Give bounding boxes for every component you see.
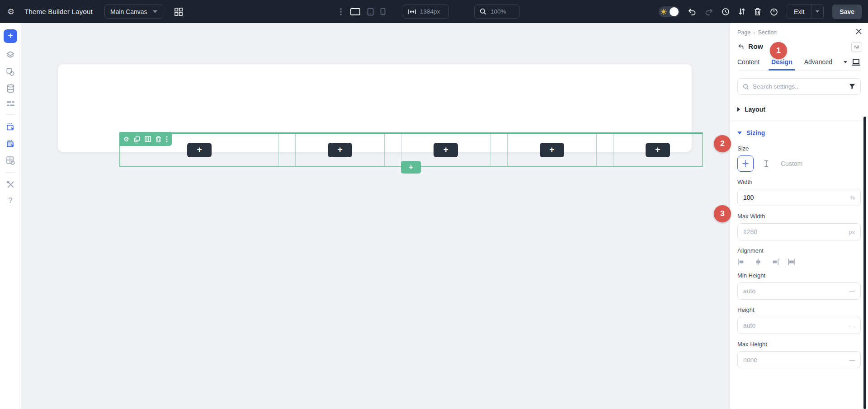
- zoom-input[interactable]: [491, 8, 514, 15]
- max-height-field: —: [737, 351, 861, 368]
- tab-content[interactable]: Content: [737, 58, 760, 66]
- select-element-icon[interactable]: [6, 122, 15, 132]
- max-height-input[interactable]: [743, 356, 849, 363]
- breadcrumb-root[interactable]: Page: [737, 29, 750, 36]
- close-icon[interactable]: [855, 28, 862, 35]
- tab-design[interactable]: Design: [771, 58, 793, 66]
- caret-right-icon: [737, 107, 740, 112]
- trash-icon[interactable]: [754, 8, 761, 16]
- max-width-input[interactable]: [743, 228, 849, 235]
- history-clock-icon[interactable]: [722, 8, 730, 16]
- left-sidebar: + ?: [0, 23, 21, 409]
- align-center-button[interactable]: [754, 259, 762, 265]
- canvas-width-input[interactable]: [420, 8, 443, 15]
- breakpoint-dropdown-chevron[interactable]: [844, 61, 847, 63]
- grid-settings-icon[interactable]: [6, 156, 15, 165]
- canvas-column[interactable]: +: [507, 134, 597, 166]
- add-widget-button[interactable]: +: [187, 143, 212, 157]
- add-row-button[interactable]: +: [401, 161, 421, 174]
- settings-search-input[interactable]: [753, 83, 845, 90]
- page-preview-card: + + + + + ⚙ +: [58, 64, 692, 152]
- theme-mode-toggle[interactable]: [659, 6, 679, 17]
- layers-icon[interactable]: [6, 51, 15, 60]
- tablet-breakpoint-icon[interactable]: [367, 8, 374, 16]
- columns-icon[interactable]: [145, 136, 151, 142]
- width-arrows-icon: [408, 9, 416, 14]
- add-widget-button[interactable]: +: [540, 143, 564, 157]
- delete-row-trash-icon[interactable]: [156, 136, 161, 142]
- breadcrumb-current[interactable]: Section: [758, 29, 777, 36]
- width-label: Width: [737, 179, 861, 185]
- min-height-unit[interactable]: —: [849, 288, 855, 295]
- size-fit-button[interactable]: [737, 155, 754, 172]
- builder-settings-gear-icon[interactable]: ⚙: [7, 7, 14, 17]
- section-layout-label: Layout: [745, 106, 765, 113]
- height-input[interactable]: [743, 322, 849, 329]
- duplicate-icon[interactable]: [134, 136, 140, 142]
- chevron-down-icon: [816, 10, 819, 13]
- row-settings-gear-icon[interactable]: ⚙: [123, 136, 129, 143]
- canvas-selector-value: Main Canvas: [110, 8, 147, 15]
- add-widget-button[interactable]: +: [328, 143, 352, 157]
- canvas-selector-dropdown[interactable]: Main Canvas: [104, 5, 163, 19]
- canvas-column[interactable]: +: [295, 134, 385, 166]
- caret-down-icon: [737, 132, 742, 134]
- min-height-input[interactable]: [743, 287, 849, 295]
- top-toolbar: ⚙ Theme Builder Layout Main Canvas: [0, 0, 868, 23]
- database-icon[interactable]: [6, 84, 15, 93]
- align-right-button[interactable]: [771, 259, 779, 265]
- min-height-label: Min Height: [737, 272, 861, 279]
- form-fields-icon[interactable]: [6, 101, 15, 107]
- canvas-width-field: [403, 5, 449, 19]
- row-more-kebab-icon[interactable]: [166, 136, 168, 142]
- help-icon[interactable]: ?: [9, 197, 13, 205]
- zoom-field: [474, 5, 519, 19]
- add-widget-button[interactable]: +: [434, 143, 458, 157]
- panel-layout-toggle-icon[interactable]: [851, 42, 862, 52]
- max-width-unit[interactable]: px: [849, 229, 855, 235]
- grid-view-icon[interactable]: [174, 7, 183, 16]
- min-height-field: —: [737, 282, 861, 300]
- exit-button-group: Exit: [787, 5, 824, 19]
- size-custom-label: Custom: [781, 160, 802, 167]
- section-layout[interactable]: Layout: [730, 98, 868, 121]
- tab-advanced[interactable]: Advanced: [804, 58, 832, 66]
- align-stretch-button[interactable]: [788, 259, 796, 265]
- sidebar-divider: [5, 172, 15, 173]
- mobile-breakpoint-icon[interactable]: [380, 8, 386, 15]
- redo-icon[interactable]: [705, 8, 713, 15]
- power-icon[interactable]: [770, 8, 778, 16]
- canvas-column[interactable]: +: [613, 134, 703, 166]
- width-input[interactable]: [743, 194, 849, 201]
- exit-dropdown-chevron[interactable]: [811, 5, 823, 19]
- back-arrow-icon[interactable]: [737, 43, 744, 50]
- select-element-filled-icon[interactable]: [6, 139, 15, 148]
- height-unit[interactable]: —: [849, 322, 855, 329]
- zoom-magnifier-icon: [480, 8, 486, 15]
- canvas-area: + + + + + ⚙ +: [21, 23, 730, 409]
- more-options-kebab-icon[interactable]: [340, 8, 342, 15]
- exit-button[interactable]: Exit: [787, 5, 811, 19]
- save-button[interactable]: Save: [832, 5, 862, 19]
- import-export-arrows-icon[interactable]: [738, 8, 745, 15]
- align-left-button[interactable]: [737, 259, 745, 265]
- toggle-knob: [670, 7, 679, 16]
- section-sizing[interactable]: Sizing: [730, 121, 868, 144]
- size-custom-button[interactable]: [758, 155, 774, 172]
- chevron-down-icon: [153, 10, 157, 13]
- breadcrumb-separator: ›: [753, 29, 755, 36]
- add-widget-button[interactable]: +: [646, 143, 670, 157]
- design-library-icon[interactable]: [6, 67, 15, 76]
- row-context-toolbar: ⚙: [119, 132, 172, 146]
- panel-scrollbar[interactable]: [863, 117, 866, 409]
- tools-icon[interactable]: [6, 180, 15, 189]
- desktop-breakpoint-icon[interactable]: [350, 8, 361, 16]
- max-height-unit[interactable]: —: [849, 357, 855, 363]
- laptop-breakpoint-icon[interactable]: [851, 58, 861, 66]
- undo-icon[interactable]: [688, 8, 696, 15]
- add-element-button[interactable]: +: [4, 29, 17, 43]
- filter-funnel-icon[interactable]: [849, 84, 855, 89]
- alignment-label: Alignment: [737, 247, 861, 254]
- sizing-section-body: Size Custom Width % Max Width px Alignme…: [730, 145, 868, 368]
- width-unit[interactable]: %: [849, 194, 855, 201]
